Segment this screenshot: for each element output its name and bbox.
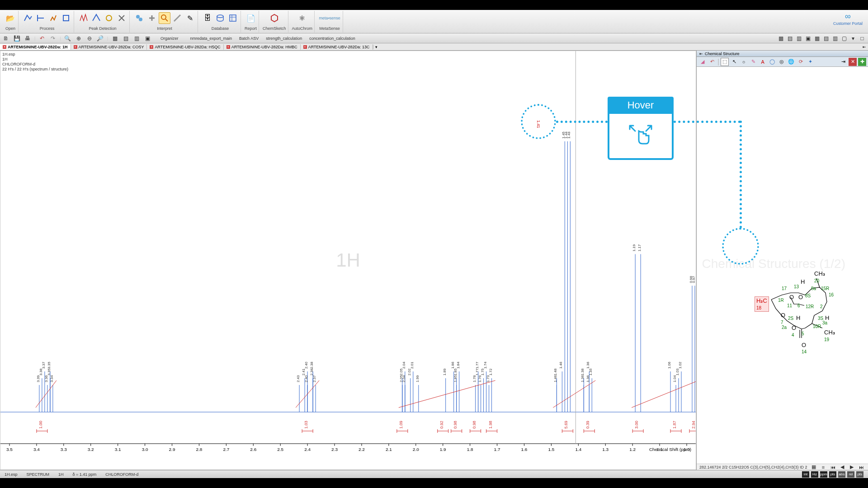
db-icon1[interactable]: 🗄 [202, 12, 213, 24]
tb-print-icon[interactable]: 🖶 [24, 34, 32, 42]
peak-icon4[interactable] [116, 12, 127, 24]
tb-r10-icon[interactable]: □ [858, 34, 866, 42]
tb-r5-icon[interactable]: ▦ [813, 34, 821, 42]
sb-btn5[interactable]: abs [838, 471, 845, 478]
db-icon3[interactable] [227, 12, 239, 24]
process-icon3[interactable] [47, 12, 59, 24]
tb-layout2-icon[interactable]: ▤ [122, 34, 130, 42]
tab-label: ARTEMISININE-UBV-282Da: 13C [308, 45, 370, 49]
tb-r1-icon[interactable]: ▦ [777, 34, 785, 42]
sb-btn1[interactable]: int [802, 471, 809, 478]
chemsketch-button[interactable] [269, 12, 280, 24]
structure-canvas[interactable]: Chemical Structures (1/2) [697, 67, 868, 464]
tab-close-icon[interactable]: × [226, 45, 230, 49]
tb-r9-icon[interactable]: ▾ [849, 34, 857, 42]
tb-layout3-icon[interactable]: ▥ [132, 34, 141, 42]
tab-close-icon[interactable]: × [74, 45, 77, 49]
st-eraser-icon[interactable]: ◢ [698, 58, 707, 66]
tb-undo-icon[interactable]: ↶ [38, 34, 46, 42]
tab-3[interactable]: ×ARTEMISININE-UBV-282Da: HMBC [224, 44, 301, 50]
metasense-button[interactable]: meta▪sense [318, 12, 341, 24]
interpret-icon1[interactable] [133, 12, 145, 24]
spectrum-viewport[interactable]: 1H.esp 1H CHLOROFORM-d 22 H's / 22 H's (… [0, 51, 696, 470]
interpret-icon3[interactable] [159, 12, 170, 24]
process-icon2[interactable] [35, 12, 47, 24]
batch-label[interactable]: Batch ASV [239, 36, 259, 41]
tab-dropdown[interactable]: ▾ [373, 45, 379, 49]
st-add-icon[interactable]: ✚ [858, 58, 866, 66]
nmredata-label[interactable]: nmredata_export_main [190, 36, 232, 41]
svg-text:1.36: 1.36 [586, 375, 590, 382]
st-atom-icon[interactable]: A [759, 58, 767, 66]
svg-rect-6 [230, 15, 236, 21]
tb-zoom2-icon[interactable]: ⊕ [75, 34, 83, 42]
tb-zoom4-icon[interactable]: 🔎 [96, 34, 104, 42]
tab-close-icon[interactable]: × [303, 45, 307, 49]
interpret-icon2[interactable] [146, 12, 158, 24]
concentration-label[interactable]: concentration_calculation [309, 36, 355, 41]
ss-prev[interactable]: ◀ [838, 463, 846, 471]
svg-text:3.35: 3.35 [47, 361, 51, 369]
sb-btn2[interactable]: Hz [811, 471, 818, 478]
peak-icon2[interactable] [90, 12, 102, 24]
st-collapse-icon[interactable]: ⇥ [839, 58, 847, 66]
tab-close-icon[interactable]: × [150, 45, 153, 49]
organizer-label[interactable]: Organizer [160, 36, 179, 41]
tabs-collapse[interactable]: ⇤ [863, 45, 868, 49]
tb-layout1-icon[interactable]: ▦ [111, 34, 119, 42]
customer-portal-button[interactable]: ∞ Customer Portal [830, 11, 866, 27]
tb-layout4-icon[interactable]: ▣ [143, 34, 151, 42]
svg-text:1.9: 1.9 [440, 447, 446, 452]
tb-zoom3-icon[interactable]: ⊖ [85, 34, 94, 42]
strength-label[interactable]: strength_calculation [266, 36, 302, 41]
tab-1[interactable]: ×ARTEMISININE-UBV-282Da: COSY [71, 44, 147, 50]
interpret-icon5[interactable]: ✎ [184, 12, 196, 24]
st-target-icon[interactable]: ◎ [778, 58, 786, 66]
tb-r8-icon[interactable]: ▢ [840, 34, 848, 42]
st-select-icon[interactable]: ⬚ [721, 58, 729, 66]
tb-r2-icon[interactable]: ▤ [786, 34, 794, 42]
ss-nav2[interactable]: ≡ [819, 463, 827, 471]
tb-r6-icon[interactable]: ▤ [822, 34, 830, 42]
tb-r7-icon[interactable]: ▥ [831, 34, 839, 42]
tb-redo-icon[interactable]: ↷ [49, 34, 57, 42]
sb-btn4[interactable]: pts [829, 471, 836, 478]
peak-icon3[interactable] [103, 12, 115, 24]
report-button[interactable]: 📄 [245, 12, 257, 24]
ss-last[interactable]: ⏭ [857, 463, 865, 471]
open-button[interactable]: 📂 [5, 12, 16, 24]
cursor-peak-label: 1.41 [536, 120, 541, 128]
tab-4[interactable]: ×ARTEMISININE-UBV-282Da: 13C [301, 44, 373, 50]
st-highlight-icon[interactable]: ✎ [749, 58, 757, 66]
svg-text:1.00: 1.00 [38, 421, 43, 428]
st-ring-icon[interactable]: ◯ [768, 58, 776, 66]
ss-first[interactable]: ⏮ [829, 463, 837, 471]
db-icon2[interactable] [214, 12, 226, 24]
tb-r3-icon[interactable]: ▥ [795, 34, 803, 42]
tab-0[interactable]: ×ARTEMISININE-UBV-282Da: 1H [0, 44, 71, 50]
tb-zoom1-icon[interactable]: 🔍 [64, 34, 72, 42]
peak-icon1[interactable] [78, 12, 90, 24]
tb-new-icon[interactable]: 🗎 [2, 34, 10, 42]
st-lasso-icon[interactable]: ○ [740, 58, 748, 66]
tb-save-icon[interactable]: 💾 [13, 34, 21, 42]
tab-2[interactable]: ×ARTEMISININE-UBV-282Da: HSQC [147, 44, 223, 50]
ss-next[interactable]: ▶ [848, 463, 856, 471]
st-close-icon[interactable]: ✕ [849, 58, 857, 66]
st-undo-icon[interactable]: ↶ [708, 58, 716, 66]
st-cursor-icon[interactable]: ↖ [730, 58, 738, 66]
process-icon4[interactable] [60, 12, 72, 24]
ss-nav1[interactable]: ▦ [810, 463, 818, 471]
tb-r4-icon[interactable]: ▣ [804, 34, 812, 42]
st-refresh-icon[interactable]: ⟳ [797, 58, 805, 66]
sb-btn3[interactable]: ppm [820, 471, 827, 478]
st-globe-icon[interactable]: 🌐 [787, 58, 795, 66]
autochrom-button[interactable]: ⚛ [296, 12, 308, 24]
interpret-icon4[interactable] [171, 12, 183, 24]
sb-btn7[interactable]: pts [856, 471, 863, 478]
tab-close-icon[interactable]: × [3, 45, 6, 49]
st-star-icon[interactable]: ✦ [806, 58, 814, 66]
process-icon1[interactable] [22, 12, 34, 24]
sb-btn6[interactable]: rel [847, 471, 854, 478]
svg-text:1.38: 1.38 [580, 368, 585, 375]
